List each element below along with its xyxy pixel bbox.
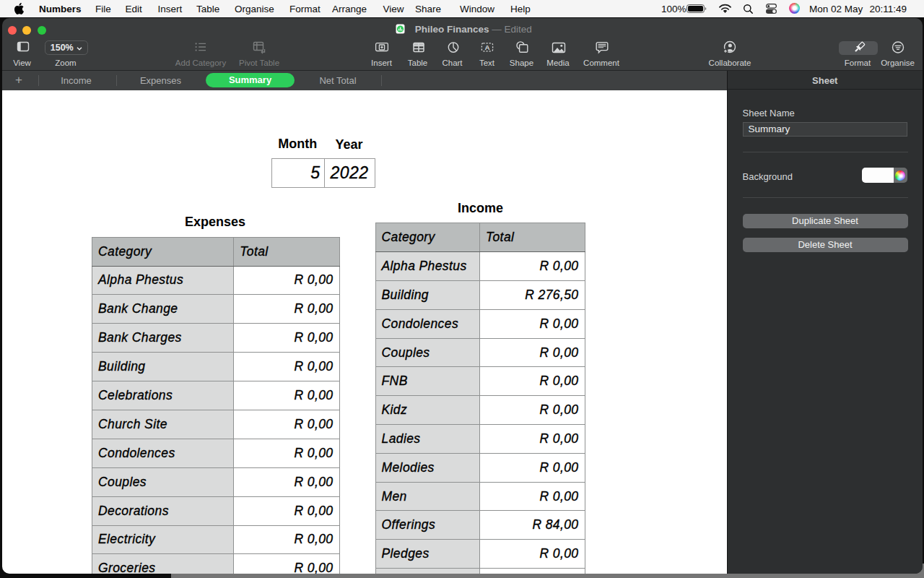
svg-text:A: A xyxy=(484,43,489,51)
